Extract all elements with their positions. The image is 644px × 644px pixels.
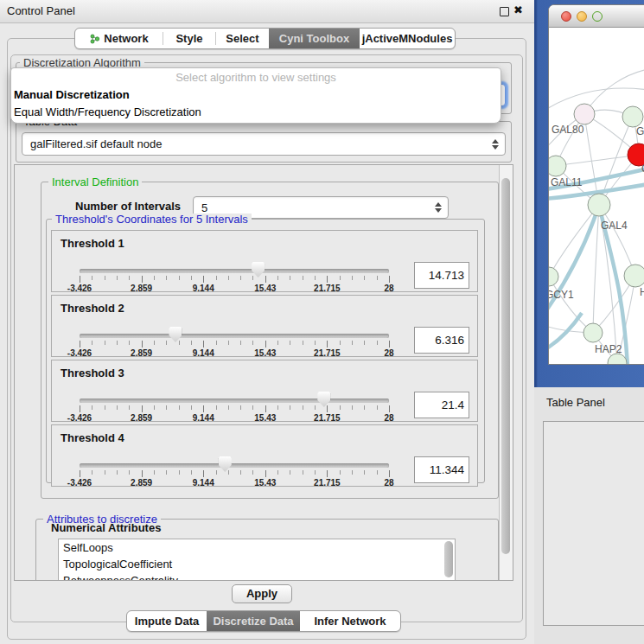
attributes-list-scrollbar[interactable]: [444, 541, 453, 577]
table-data-group: Table Data galFiltered.sif default node: [16, 121, 512, 163]
tab-network-label: Network: [104, 32, 148, 45]
threshold-value-field[interactable]: 14.713: [414, 262, 469, 289]
threshold-value-field[interactable]: 21.4: [414, 392, 469, 418]
float-panel-icon[interactable]: [500, 7, 509, 16]
combo-stepper-icon: [492, 139, 499, 150]
table-data-value: galFiltered.sif default node: [30, 137, 162, 150]
network-node-gal4[interactable]: [588, 194, 610, 216]
network-node-label: H: [640, 286, 644, 298]
threshold-label: Threshold 4: [61, 431, 124, 444]
network-node-hap2[interactable]: [583, 323, 603, 342]
slider-tick-labels: -3.4262.8599.14415.4321.71528: [80, 478, 389, 488]
attribute-list-item[interactable]: TopologicalCoefficient: [59, 556, 455, 572]
network-node-label: GCY1: [549, 289, 574, 301]
network-edge[interactable]: [556, 155, 639, 166]
network-window-titlebar: [549, 5, 644, 28]
network-node-label: GAL11: [551, 176, 583, 188]
tab-cyni-toolbox[interactable]: Cyni Toolbox: [269, 29, 360, 48]
thresholds-group-title: Threshold's Coordinates for 5 Intervals: [52, 214, 252, 226]
slider-ticks: [80, 276, 389, 284]
threshold-panel-3: Threshold 3-3.4262.8599.14415.4321.71528…: [51, 360, 478, 422]
settings-scroll-area: Interval Definition Number of Intervals …: [14, 164, 513, 581]
slider-tick-labels: -3.4262.8599.14415.4321.71528: [80, 413, 389, 424]
number-of-intervals-label: Number of Intervals: [75, 200, 181, 213]
threshold-panel-2: Threshold 2-3.4262.8599.14415.4321.71528…: [51, 295, 478, 357]
interval-definition-title: Interval Definition: [48, 176, 142, 188]
network-node-label: GA: [636, 125, 644, 137]
dropdown-prompt: Select algorithm to view settings: [11, 68, 501, 86]
top-tab-bar: Network Style Select Cyni Toolbox jActiv…: [74, 28, 456, 49]
panel-title: Control Panel: [7, 4, 75, 17]
slider-tick-labels: -3.4262.8599.14415.4321.71528: [80, 348, 389, 359]
close-window-icon[interactable]: [561, 11, 571, 22]
combo-stepper-icon: [435, 202, 442, 213]
slider-ticks: [80, 341, 389, 348]
right-region: GAL80GACGAL11GAL4GCY1HHAP2 Table Panel ⚙…: [534, 0, 644, 644]
close-panel-icon[interactable]: ✖: [513, 3, 523, 16]
tab-discretize-data[interactable]: Discretize Data: [207, 611, 300, 631]
network-edge-thick[interactable]: [549, 313, 582, 349]
network-view-window: GAL80GACGAL11GAL4GCY1HHAP2: [548, 4, 644, 365]
numerical-attributes-label: Numerical Attributes: [51, 521, 161, 534]
algorithm-dropdown-popup: Select algorithm to view settings Manual…: [10, 67, 501, 124]
tab-impute-data[interactable]: Impute Data: [127, 611, 207, 631]
network-canvas[interactable]: GAL80GACGAL11GAL4GCY1HHAP2: [549, 28, 644, 364]
control-panel: Control Panel ✖ Network Style: [0, 0, 534, 644]
table-panel-title: Table Panel: [546, 396, 605, 409]
tab-jactivemnodules[interactable]: jActiveMNodules: [360, 29, 455, 48]
network-node-ga[interactable]: [622, 106, 643, 127]
attribute-list-item[interactable]: SelfLoops: [59, 539, 455, 556]
threshold-value-field[interactable]: 6.316: [414, 327, 469, 354]
slider-tick-labels: -3.4262.8599.14415.4321.71528: [80, 284, 389, 294]
slider-ticks: [80, 470, 389, 478]
slider-track[interactable]: [80, 399, 389, 403]
bottom-tab-bar: Impute Data Discretize Data Infer Networ…: [126, 610, 401, 632]
network-node-gal11[interactable]: [549, 156, 566, 176]
attribute-list-item[interactable]: BetweennessCentrality: [59, 572, 455, 581]
control-panel-titlebar: Control Panel ✖: [0, 0, 534, 23]
tab-select[interactable]: Select: [216, 29, 269, 48]
network-node-label: GAL4: [601, 220, 628, 232]
cytoscape-window: Control Panel ✖ Network Style: [0, 0, 644, 644]
apply-button[interactable]: Apply: [232, 584, 292, 603]
threshold-label: Threshold 1: [61, 237, 124, 250]
network-icon: [89, 33, 100, 44]
zoom-window-icon[interactable]: [592, 11, 603, 22]
table-panel-body: ⚙ ✓ ✓ shared... na YDL19...YDL1YDR27...Y…: [543, 421, 644, 626]
dropdown-option-manual-discretization[interactable]: Manual Discretization: [11, 86, 501, 104]
network-node-gal80[interactable]: [574, 104, 595, 124]
slider-track[interactable]: [80, 334, 389, 338]
network-node-gcy1[interactable]: [549, 267, 558, 286]
threshold-label: Threshold 2: [61, 302, 124, 315]
minimize-window-icon[interactable]: [577, 11, 587, 22]
slider-track[interactable]: [80, 463, 389, 468]
settings-vertical-scrollbar[interactable]: [499, 165, 513, 580]
tab-style[interactable]: Style: [163, 29, 215, 48]
threshold-label: Threshold 3: [61, 367, 124, 379]
threshold-value-field[interactable]: 11.344: [414, 456, 469, 483]
slider-ticks: [80, 405, 389, 413]
slider-track[interactable]: [80, 269, 389, 273]
threshold-panel-1: Threshold 1-3.4262.8599.14415.4321.71528…: [51, 230, 478, 292]
threshold-panel-4: Threshold 4-3.4262.8599.14415.4321.71528…: [51, 424, 478, 487]
tab-infer-network[interactable]: Infer Network: [300, 611, 400, 631]
network-node-h[interactable]: [624, 265, 644, 287]
network-desktop: GAL80GACGAL11GAL4GCY1HHAP2: [534, 0, 644, 387]
tab-network[interactable]: Network: [75, 29, 163, 48]
settings-scrollbar-thumb[interactable]: [501, 178, 510, 554]
dropdown-option-equal-width-frequency[interactable]: Equal Width/Frequency Discretization: [11, 104, 501, 121]
network-node-label: GAL80: [552, 124, 584, 136]
table-data-combobox[interactable]: galFiltered.sif default node: [22, 132, 506, 156]
network-graph: GAL80GACGAL11GAL4GCY1HHAP2: [549, 28, 644, 364]
numerical-attributes-list[interactable]: SelfLoopsTopologicalCoefficientBetweenne…: [58, 539, 456, 581]
